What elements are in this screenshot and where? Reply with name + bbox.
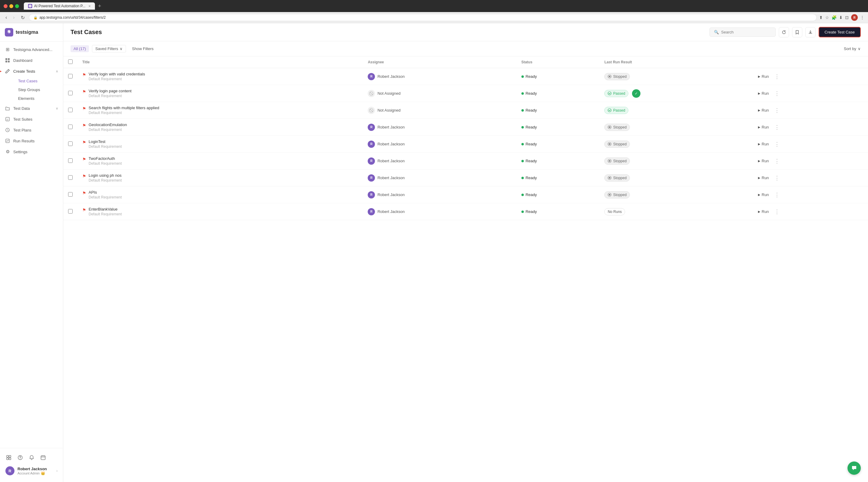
more-options-button[interactable]: ⋮ (772, 124, 781, 131)
sidebar-item-test-cases[interactable]: Test Cases (13, 77, 63, 85)
assignee-name: Robert Jackson (377, 142, 404, 146)
flag-icon: ⚑ (82, 140, 86, 145)
more-options-button[interactable]: ⋮ (772, 73, 781, 80)
bookmark-button[interactable]: ☆ (825, 15, 829, 20)
user-profile[interactable]: R Robert Jackson Account Admin 👑 › (4, 463, 59, 478)
sidebar-item-test-data[interactable]: Test Data ∨ (0, 103, 63, 114)
sidebar-item-org[interactable]: ⊞ Testsigma Advanced... (0, 44, 63, 55)
create-test-case-button[interactable]: Create Test Case (818, 27, 861, 37)
unassigned-icon (368, 107, 375, 114)
download-button[interactable]: ⬇ (839, 15, 843, 20)
run-button[interactable]: ▶ Run (755, 174, 771, 181)
sidebar-item-settings[interactable]: ⚙ Settings (0, 146, 63, 157)
notifications-icon[interactable] (28, 454, 35, 461)
help-icon[interactable] (17, 454, 24, 461)
status-dot (521, 76, 524, 78)
more-options-button[interactable]: ⋮ (772, 158, 781, 164)
run-label: Run (762, 142, 769, 146)
test-case-title[interactable]: Verify login with valid credentials (89, 72, 145, 76)
export-button[interactable] (805, 27, 815, 37)
more-options-button[interactable]: ⋮ (772, 175, 781, 181)
run-button[interactable]: ▶ Run (755, 141, 771, 147)
test-case-title[interactable]: Verify login page content (89, 89, 131, 93)
browser-profile-avatar[interactable]: R (851, 14, 858, 21)
more-options-button[interactable]: ⋮ (772, 90, 781, 97)
run-button[interactable]: ▶ Run (755, 191, 771, 198)
test-suites-icon (5, 116, 10, 122)
sidebar-item-run-results[interactable]: Run Results (0, 136, 63, 146)
sidebar-item-test-plans[interactable]: Test Plans (0, 124, 63, 136)
row-checkbox[interactable] (68, 74, 73, 79)
chat-button[interactable] (847, 461, 861, 475)
run-button[interactable]: ▶ Run (755, 208, 771, 215)
run-button[interactable]: ▶ Run (755, 158, 771, 164)
more-options-button[interactable]: ⋮ (772, 107, 781, 114)
assignee-name: Robert Jackson (377, 175, 404, 180)
assignee-cell: RRobert Jackson (363, 136, 516, 152)
search-box[interactable]: 🔍 (710, 27, 776, 37)
row-checkbox[interactable] (68, 175, 73, 180)
test-case-title[interactable]: APIs (89, 190, 122, 195)
select-all-checkbox[interactable] (68, 59, 73, 64)
row-checkbox[interactable] (68, 108, 73, 112)
bookmark-cases-button[interactable] (792, 27, 802, 37)
tab-close-button[interactable]: ✕ (88, 4, 91, 8)
sidebar-item-test-suites[interactable]: Test Suites (0, 114, 63, 124)
row-checkbox[interactable] (68, 192, 73, 197)
more-options-button[interactable]: ⋮ (772, 141, 781, 147)
status-text: Ready (526, 74, 537, 79)
test-case-title[interactable]: Login using ph nos (89, 173, 122, 178)
maximize-window-button[interactable] (15, 4, 19, 8)
search-input[interactable] (721, 30, 771, 34)
row-actions-cell: ▶ Run ⋮ (751, 187, 868, 203)
test-case-title[interactable]: LoginTest (89, 139, 122, 144)
status-column-header: Status (517, 56, 600, 68)
row-checkbox[interactable] (68, 91, 73, 95)
forward-button[interactable]: › (11, 14, 16, 21)
last-run-result-cell: Stopped (599, 170, 751, 187)
svg-rect-15 (41, 456, 45, 460)
run-button[interactable]: ▶ Run (755, 107, 771, 114)
address-bar[interactable]: 🔒 app.testsigma.com/ui/td/34/cases/filte… (29, 14, 817, 21)
close-window-button[interactable] (4, 4, 7, 8)
addon-icon[interactable] (5, 454, 12, 461)
run-button[interactable]: ▶ Run (755, 124, 771, 131)
browser-menu-button[interactable]: ⋮ (860, 15, 864, 20)
assignee-name: Not Assigned (377, 108, 401, 113)
assignee-cell: Not Assigned (363, 102, 516, 119)
refresh-button[interactable] (779, 27, 789, 37)
row-checkbox[interactable] (68, 209, 73, 214)
test-case-title[interactable]: GeolocationEmulation (89, 122, 127, 127)
test-case-title[interactable]: Search flights with multiple filters app… (89, 106, 159, 110)
sidebar-item-elements[interactable]: Elements (13, 94, 63, 103)
extensions-button[interactable]: 🧩 (832, 15, 837, 20)
saved-filters-button[interactable]: Saved Filters ∨ (92, 45, 126, 53)
calendar-icon[interactable] (40, 454, 46, 461)
test-case-title-cell: ⚑ EnterBlankValue Default Requirement (78, 203, 363, 220)
run-button[interactable]: ▶ Run (755, 73, 771, 80)
test-case-title-cell: ⚑ GeolocationEmulation Default Requireme… (78, 119, 363, 136)
last-run-result-cell: Stopped (599, 187, 751, 203)
select-all-header[interactable] (63, 56, 78, 68)
share-button[interactable]: ⬆ (819, 15, 823, 20)
sidebar-item-create-tests[interactable]: Create Tests ∧ ➤ (0, 66, 63, 77)
show-filters-button[interactable]: Show Filters (129, 45, 157, 52)
split-view-button[interactable]: ⊡ (845, 15, 849, 20)
reload-button[interactable]: ↻ (19, 14, 27, 21)
sidebar-item-step-groups[interactable]: Step Groups (13, 85, 63, 94)
back-button[interactable]: ‹ (4, 14, 9, 21)
sidebar-item-dashboard[interactable]: Dashboard (0, 55, 63, 66)
all-filter-tab[interactable]: All (17) (70, 45, 89, 52)
row-checkbox[interactable] (68, 141, 73, 146)
new-tab-button[interactable]: + (96, 3, 103, 9)
minimize-window-button[interactable] (9, 4, 13, 8)
sort-by-button[interactable]: Sort by ∨ (844, 47, 861, 51)
active-browser-tab[interactable]: AI Powered Test Automation P... ✕ (24, 2, 95, 10)
more-options-button[interactable]: ⋮ (772, 208, 781, 215)
more-options-button[interactable]: ⋮ (772, 192, 781, 198)
row-checkbox[interactable] (68, 158, 73, 163)
run-button[interactable]: ▶ Run (755, 90, 771, 97)
test-case-title[interactable]: TwoFactorAuth (89, 156, 122, 161)
row-checkbox[interactable] (68, 124, 73, 129)
test-case-title[interactable]: EnterBlankValue (89, 207, 122, 211)
